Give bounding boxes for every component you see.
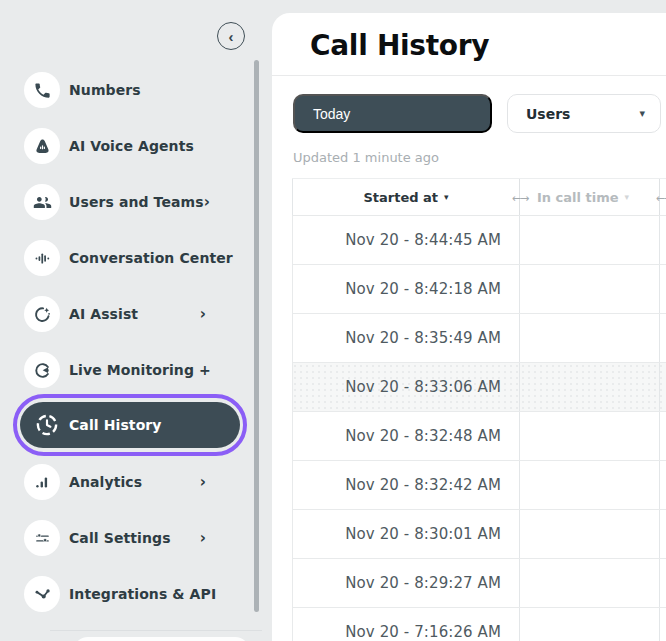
table-row[interactable]: Nov 20 - 8:35:49 AM [292, 314, 666, 363]
users-filter-select[interactable]: Users ▾ [507, 94, 661, 133]
table-row[interactable]: Nov 20 - 8:29:27 AM [292, 559, 666, 608]
chevron-right-icon: › [200, 307, 206, 322]
sidebar-item-label: Users and Teams [69, 194, 204, 210]
cell-started-at[interactable]: Nov 20 - 8:32:42 AM [292, 461, 520, 509]
call-settings-icon [24, 520, 60, 556]
sidebar-item-label: Call Settings [69, 530, 171, 546]
main-content: Call History Today Users ▾ Updated 1 min… [272, 13, 666, 641]
table-row[interactable]: Nov 20 - 8:44:45 AM [292, 216, 666, 265]
live-monitoring-icon [24, 352, 60, 388]
cell-in-call-time[interactable] [520, 363, 660, 411]
cell-in-call-time[interactable] [520, 608, 660, 641]
sidebar-item-label: AI Voice Agents [69, 138, 194, 154]
chevron-right-icon: › [200, 475, 206, 490]
call-history-icon [34, 412, 60, 438]
sidebar-item-call-history: Call History [0, 398, 254, 454]
cell-started-at[interactable]: Nov 20 - 8:42:18 AM [292, 265, 520, 313]
sidebar-bottom-pill[interactable] [73, 637, 250, 641]
updated-status: Updated 1 minute ago [293, 150, 439, 165]
table-header: Started at ▾ In call time ▾ ←→ ←→ [292, 178, 666, 216]
cell-in-call-time[interactable] [520, 559, 660, 607]
cell-started-at[interactable]: Nov 20 - 8:44:45 AM [292, 216, 520, 264]
cell-started-at[interactable]: Nov 20 - 8:30:01 AM [292, 510, 520, 558]
table-row[interactable]: Nov 20 - 7:16:26 AM [292, 608, 666, 641]
cell-in-call-time[interactable] [520, 461, 660, 509]
chevron-right-icon: › [204, 195, 210, 210]
column-resize-handle-icon[interactable]: ←→ [500, 179, 540, 217]
column-label: In call time [537, 190, 619, 205]
sidebar-item-label: Analytics [69, 474, 142, 490]
waveform-icon [24, 240, 60, 276]
table-row[interactable]: Nov 20 - 8:32:42 AM [292, 461, 666, 510]
table-row[interactable]: Nov 20 - 8:30:01 AM [292, 510, 666, 559]
analytics-icon [24, 464, 60, 500]
sidebar-item-ai-assist[interactable]: AI Assist › [0, 286, 254, 342]
ai-assist-icon [24, 296, 60, 332]
sidebar-scrollbar[interactable] [254, 60, 259, 612]
cell-started-at[interactable]: Nov 20 - 7:16:26 AM [292, 608, 520, 641]
sidebar-bottom-divider [50, 630, 262, 631]
caret-down-icon: ▾ [639, 108, 645, 119]
ai-voice-agents-icon [24, 128, 60, 164]
page-title: Call History [310, 29, 489, 62]
sidebar-item-call-history-active[interactable]: Call History [20, 402, 240, 448]
date-filter-button[interactable]: Today [293, 94, 492, 133]
cell-in-call-time[interactable] [520, 314, 660, 362]
sidebar-nav: Numbers AI Voice Agents Users and Teams … [0, 62, 254, 622]
cell-in-call-time[interactable] [520, 412, 660, 460]
cell-in-call-time[interactable] [520, 510, 660, 558]
sort-caret-icon: ▾ [625, 192, 630, 202]
sidebar-item-label: Integrations & API [69, 586, 216, 602]
cell-in-call-time[interactable] [520, 216, 660, 264]
sidebar-item-analytics[interactable]: Analytics › [0, 454, 254, 510]
date-filter-label: Today [313, 106, 350, 122]
table-row[interactable]: Nov 20 - 8:32:48 AM [292, 412, 666, 461]
sidebar-item-label: Conversation Center [69, 250, 233, 266]
chevron-left-icon: ‹ [229, 29, 234, 44]
sidebar-item-ai-voice-agents[interactable]: AI Voice Agents [0, 118, 254, 174]
sidebar: ‹ Numbers AI Voice Agents Us [0, 0, 272, 641]
sidebar-item-label: Call History [69, 417, 162, 433]
column-resize-handle-icon[interactable]: ←→ [644, 179, 666, 217]
cell-started-at[interactable]: Nov 20 - 8:33:06 AM [292, 363, 520, 411]
sidebar-item-label: AI Assist [69, 306, 138, 322]
cell-started-at[interactable]: Nov 20 - 8:29:27 AM [292, 559, 520, 607]
sidebar-item-conversation-center[interactable]: Conversation Center [0, 230, 254, 286]
title-divider [272, 75, 666, 76]
sidebar-item-label: Live Monitoring + [69, 362, 211, 378]
sidebar-item-call-settings[interactable]: Call Settings › [0, 510, 254, 566]
column-label: Started at [363, 190, 438, 205]
table-row[interactable]: Nov 20 - 8:42:18 AM [292, 265, 666, 314]
sidebar-item-numbers[interactable]: Numbers [0, 62, 254, 118]
sort-caret-icon: ▾ [444, 192, 449, 202]
cell-in-call-time[interactable] [520, 265, 660, 313]
users-filter-label: Users [526, 106, 570, 122]
users-icon [24, 184, 60, 220]
sidebar-item-integrations-api[interactable]: Integrations & API [0, 566, 254, 622]
sidebar-item-live-monitoring[interactable]: Live Monitoring + [0, 342, 254, 398]
cell-started-at[interactable]: Nov 20 - 8:32:48 AM [292, 412, 520, 460]
integrations-icon [24, 576, 60, 612]
call-history-table: Started at ▾ In call time ▾ ←→ ←→ Nov 20… [292, 178, 666, 641]
sidebar-item-label: Numbers [69, 82, 141, 98]
column-header-started-at[interactable]: Started at ▾ [292, 179, 520, 215]
chevron-right-icon: › [200, 531, 206, 546]
cell-started-at[interactable]: Nov 20 - 8:35:49 AM [292, 314, 520, 362]
phone-icon [24, 72, 60, 108]
sidebar-item-users-and-teams[interactable]: Users and Teams › [0, 174, 254, 230]
column-header-in-call-time[interactable]: In call time ▾ [520, 179, 660, 215]
table-row-highlighted[interactable]: Nov 20 - 8:33:06 AM [292, 363, 666, 412]
sidebar-collapse-button[interactable]: ‹ [217, 22, 245, 50]
